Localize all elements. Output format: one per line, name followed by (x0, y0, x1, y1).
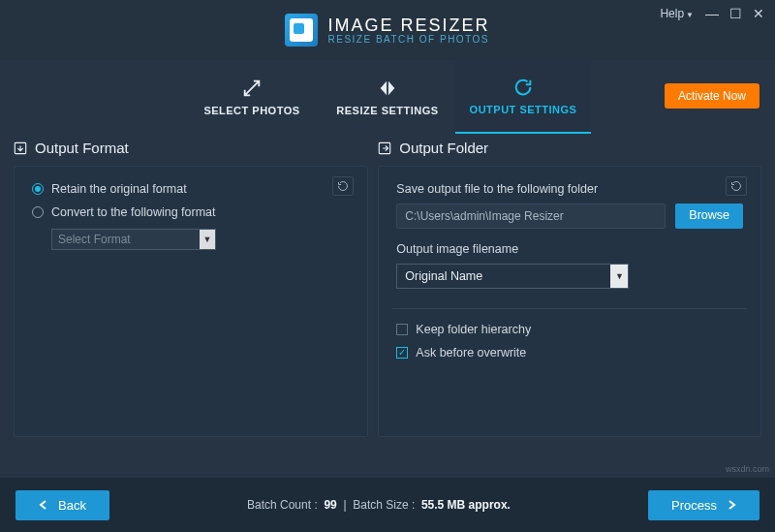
output-format-panel: Retain the original format Convert to th… (14, 166, 368, 437)
tab-select-photos[interactable]: SELECT PHOTOS (184, 60, 320, 134)
checkbox-keep-hierarchy[interactable]: Keep folder hierarchy (396, 323, 743, 336)
app-title: IMAGE RESIZER (327, 16, 489, 36)
filename-label: Output image filename (396, 242, 743, 256)
footer-bar: Back Batch Count : 99 | Batch Size : 55.… (0, 478, 775, 532)
output-format-section: Output Format Retain the original format… (14, 138, 368, 437)
chevron-down-icon: ▼ (686, 11, 694, 19)
divider (392, 308, 747, 309)
radio-convert-format[interactable]: Convert to the following format (32, 205, 350, 219)
radio-label: Convert to the following format (51, 205, 216, 219)
browse-button[interactable]: Browse (675, 203, 743, 229)
reset-folder-button[interactable] (726, 176, 747, 196)
chevron-down-icon: ▼ (610, 265, 628, 288)
help-label: Help (660, 7, 684, 20)
browse-label: Browse (689, 208, 729, 222)
activate-label: Activate Now (678, 89, 746, 103)
tab-label: OUTPUT SETTINGS (470, 104, 577, 115)
chevron-left-icon (39, 500, 48, 510)
titlebar: IMAGE RESIZER RESIZE BATCH OF PHOTOS Hel… (0, 0, 775, 60)
reset-format-button[interactable] (332, 176, 354, 196)
expand-icon (241, 78, 263, 99)
folder-out-icon (378, 141, 391, 155)
process-button[interactable]: Process (648, 490, 760, 520)
window-controls: Help▼ — ☐ ✕ (660, 4, 769, 23)
chevron-down-icon: ▼ (200, 230, 215, 249)
filename-select[interactable]: Original Name ▼ (396, 264, 629, 289)
radio-icon (32, 206, 44, 218)
mirror-icon (377, 78, 398, 99)
save-path-label: Save output file to the following folder (396, 182, 743, 196)
app-subtitle: RESIZE BATCH OF PHOTOS (327, 34, 489, 45)
tab-label: SELECT PHOTOS (203, 105, 299, 116)
filename-select-value: Original Name (397, 265, 610, 288)
output-folder-section: Output Folder Save output file to the fo… (378, 138, 761, 437)
size-value: 55.5 MB approx. (421, 498, 511, 512)
undo-icon (337, 180, 349, 192)
close-button[interactable]: ✕ (748, 4, 769, 23)
checkbox-icon (396, 347, 408, 359)
chevron-right-icon (727, 500, 736, 510)
checkbox-icon (396, 324, 408, 335)
activate-button[interactable]: Activate Now (665, 83, 760, 109)
panel-heading: Output Folder (378, 138, 761, 166)
checkbox-label: Keep folder hierarchy (416, 323, 531, 336)
count-label: Batch Count : (247, 498, 318, 512)
tab-label: RESIZE SETTINGS (336, 105, 438, 116)
maximize-button[interactable]: ☐ (725, 4, 746, 23)
count-value: 99 (324, 498, 336, 512)
batch-status: Batch Count : 99 | Batch Size : 55.5 MB … (247, 498, 511, 512)
back-button[interactable]: Back (16, 490, 109, 520)
refresh-icon (512, 77, 534, 98)
watermark: wsxdn.com (726, 464, 769, 474)
output-path-input[interactable]: C:\Users\admin\Image Resizer (396, 203, 666, 229)
size-label: Batch Size : (353, 498, 415, 512)
panel-title: Output Format (35, 140, 129, 156)
app-logo-icon (285, 14, 318, 47)
back-label: Back (58, 498, 86, 513)
tab-output-settings[interactable]: OUTPUT SETTINGS (455, 60, 591, 134)
output-folder-panel: Save output file to the following folder… (378, 166, 761, 437)
process-label: Process (671, 498, 717, 513)
radio-icon (32, 183, 44, 195)
tab-resize-settings[interactable]: RESIZE SETTINGS (320, 60, 455, 134)
export-icon (14, 141, 27, 155)
undo-icon (730, 180, 742, 192)
format-select-value: Select Format (52, 230, 200, 249)
minimize-button[interactable]: — (701, 4, 723, 23)
panel-title: Output Folder (399, 140, 488, 156)
radio-label: Retain the original format (51, 182, 187, 196)
panel-heading: Output Format (14, 138, 368, 166)
main-content: Output Format Retain the original format… (0, 138, 775, 437)
help-menu[interactable]: Help▼ (660, 7, 694, 20)
checkbox-ask-overwrite[interactable]: Ask before overwrite (396, 346, 743, 360)
brand: IMAGE RESIZER RESIZE BATCH OF PHOTOS (285, 14, 489, 47)
checkbox-label: Ask before overwrite (416, 346, 526, 360)
format-select[interactable]: Select Format ▼ (51, 229, 216, 250)
step-tabs: SELECT PHOTOS RESIZE SETTINGS OUTPUT SET… (0, 60, 775, 134)
radio-retain-format[interactable]: Retain the original format (32, 182, 350, 196)
